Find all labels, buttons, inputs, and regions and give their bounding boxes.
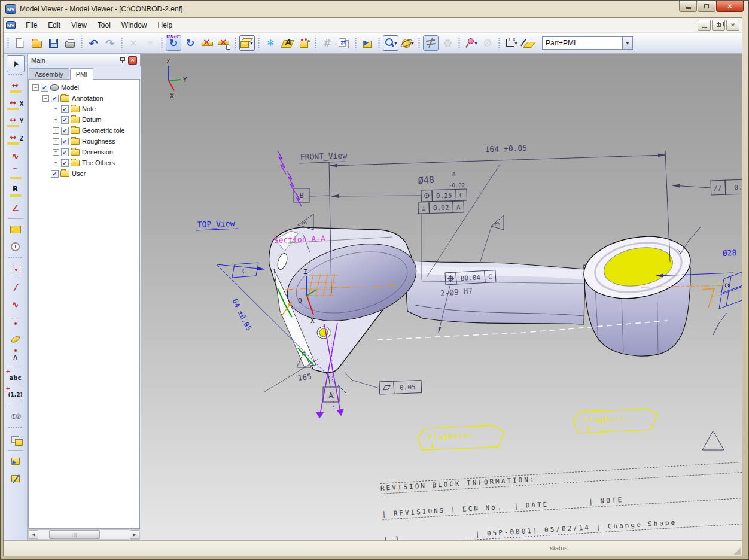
menu-window[interactable]: Window bbox=[116, 19, 153, 31]
note-balloon-button[interactable]: ①② bbox=[7, 408, 25, 425]
datum-plane-button[interactable] bbox=[520, 35, 535, 51]
checkbox-datum[interactable]: ✔ bbox=[61, 116, 69, 124]
pin-note-dropdown-caret[interactable]: ▼ bbox=[474, 41, 478, 45]
tab-assembly[interactable]: Assembly bbox=[29, 68, 69, 80]
section-box-button[interactable] bbox=[360, 35, 375, 51]
orbit-tool-button[interactable]: ▼ bbox=[400, 35, 415, 51]
delete-button[interactable]: ✕ bbox=[126, 35, 141, 51]
expander-dimension[interactable]: + bbox=[53, 149, 59, 156]
resize-grip[interactable] bbox=[733, 547, 741, 555]
flag-notes[interactable]: FlagNote: 1 FlagNote: 2 bbox=[418, 409, 658, 450]
dim-x-button[interactable]: ↔X bbox=[7, 95, 25, 112]
pmi-settings-button[interactable] bbox=[440, 35, 455, 51]
pick-box-point-button[interactable] bbox=[7, 261, 25, 278]
mdi-close-button[interactable]: ✕ bbox=[726, 20, 739, 31]
dock-close-button[interactable]: ✕ bbox=[128, 56, 137, 65]
scroll-right-arrow[interactable]: ▶ bbox=[130, 530, 139, 539]
menu-tool[interactable]: Tool bbox=[92, 19, 116, 31]
expander-roughness[interactable]: + bbox=[53, 138, 59, 145]
tree-item-roughness[interactable]: +✔Roughness bbox=[30, 136, 139, 147]
dim-arc-button[interactable]: ⌒ bbox=[7, 165, 25, 182]
pick-cylinder-button[interactable] bbox=[7, 330, 25, 348]
checkbox-dimension[interactable]: ✔ bbox=[61, 148, 69, 156]
zoom-tool-button[interactable]: ▼ bbox=[383, 35, 398, 51]
expander-geometric-tole[interactable]: + bbox=[53, 127, 59, 134]
checkbox-annotation[interactable]: ✔ bbox=[51, 95, 59, 102]
menu-file[interactable]: File bbox=[20, 19, 42, 31]
measure-gauge-button[interactable] bbox=[7, 238, 25, 255]
toolbar-group-handle[interactable] bbox=[377, 36, 380, 50]
titlebar[interactable]: MV Model Viewer - Model Viewer - [C:\CON… bbox=[1, 1, 748, 17]
refresh-pages-button[interactable] bbox=[336, 35, 352, 51]
menu-edit[interactable]: Edit bbox=[42, 19, 66, 31]
toolbar-group-handle[interactable] bbox=[234, 36, 237, 50]
tree-item-user[interactable]: ✔User bbox=[30, 168, 139, 179]
flag-note-2[interactable]: FlagNote: 2 bbox=[573, 409, 658, 433]
scroll-thumb[interactable]: ||| bbox=[49, 530, 99, 539]
pick-curve-button[interactable]: ∿ bbox=[7, 296, 25, 313]
fcf-perpendicular-002[interactable]: ⊥ 0.02 A bbox=[418, 201, 464, 214]
mdi-minimize-button[interactable] bbox=[698, 20, 711, 31]
grid-button[interactable]: # bbox=[319, 35, 335, 51]
coordinate-system-button[interactable]: ▼ bbox=[503, 35, 519, 51]
checkbox-note[interactable]: ✔ bbox=[61, 105, 69, 113]
highlight-button[interactable]: ✳ bbox=[142, 35, 158, 51]
pin-note-button[interactable]: ▼ bbox=[463, 35, 479, 51]
dock-header[interactable]: Main ✕ bbox=[28, 54, 141, 66]
toolbar-group-handle[interactable] bbox=[8, 74, 23, 77]
model-compare-button[interactable] bbox=[296, 35, 312, 51]
toolbar-group-handle[interactable] bbox=[458, 36, 461, 50]
view-mode-combobox[interactable]: Part+PMI▼ bbox=[542, 36, 633, 50]
annotation-plane-button[interactable] bbox=[279, 35, 295, 51]
3d-viewport[interactable]: Z Y X bbox=[141, 54, 742, 540]
section-label[interactable]: Section A-A bbox=[274, 234, 326, 245]
view-cube-button[interactable]: ▼ bbox=[239, 35, 255, 51]
toolbar-group-handle[interactable] bbox=[80, 36, 83, 50]
save-file-button[interactable] bbox=[45, 35, 61, 51]
checkbox-user[interactable]: ✔ bbox=[51, 170, 59, 178]
model-transform-button[interactable] bbox=[7, 431, 25, 448]
checkbox-roughness[interactable]: ✔ bbox=[61, 138, 69, 145]
toolbar-group-handle[interactable] bbox=[257, 36, 260, 50]
checkbox-geometric-tole[interactable]: ✔ bbox=[61, 127, 69, 135]
toolbar-group-handle[interactable] bbox=[7, 36, 10, 50]
model-section-button[interactable] bbox=[7, 470, 25, 487]
expander-datum[interactable]: + bbox=[53, 117, 59, 123]
toolbar-group-handle[interactable] bbox=[8, 427, 23, 430]
checkbox-the-others[interactable]: ✔ bbox=[61, 159, 69, 167]
hide-item-button[interactable]: ∅ bbox=[480, 35, 495, 51]
model-move-button[interactable] bbox=[7, 452, 25, 470]
delete-pick-button[interactable] bbox=[216, 35, 232, 51]
dim-z-button[interactable]: ↔Z bbox=[7, 130, 25, 147]
toolbar-group-handle[interactable] bbox=[120, 36, 123, 50]
menu-view[interactable]: View bbox=[66, 19, 92, 31]
toolbar-group-handle[interactable] bbox=[160, 36, 163, 50]
tree-hscrollbar[interactable]: ◀ ||| ▶ bbox=[28, 529, 140, 540]
toolbar-group-handle[interactable] bbox=[498, 36, 501, 50]
toolbar-group-handle[interactable] bbox=[354, 36, 357, 50]
dim-angle-button[interactable]: ∠ bbox=[7, 199, 25, 217]
redo-button[interactable]: ↷ bbox=[102, 35, 118, 51]
close-button[interactable]: ✕ bbox=[716, 1, 744, 12]
new-file-button[interactable] bbox=[12, 35, 28, 51]
scroll-left-arrow[interactable]: ◀ bbox=[29, 530, 38, 539]
expander-model[interactable]: − bbox=[32, 84, 39, 91]
auto-rotate-button[interactable]: ↻AUTO bbox=[166, 35, 181, 51]
tree-item-the-others[interactable]: +✔The Others bbox=[30, 157, 139, 168]
expander-annotation[interactable]: − bbox=[42, 95, 49, 102]
toolbar-group-handle[interactable] bbox=[314, 36, 317, 50]
fcf-flatness[interactable]: 0.05 bbox=[379, 381, 422, 394]
dim-radius-button[interactable]: R bbox=[7, 182, 25, 199]
tab-pmi[interactable]: PMI bbox=[70, 68, 94, 80]
measure-box-button[interactable] bbox=[7, 221, 25, 238]
datum-b[interactable]: B bbox=[294, 188, 330, 202]
tree-item-dimension[interactable]: +✔Dimension bbox=[30, 147, 139, 157]
fcf-parallel[interactable]: // 0. bbox=[711, 179, 742, 195]
delete-annotation-button[interactable] bbox=[199, 35, 215, 51]
combobox-dropdown-button[interactable]: ▼ bbox=[622, 37, 632, 49]
pin-panel-button[interactable] bbox=[118, 56, 126, 65]
flag-note-1[interactable]: FlagNote: 1 bbox=[418, 425, 504, 450]
toolbar-group-handle[interactable] bbox=[418, 36, 421, 50]
dim-distance-button[interactable]: ↔ bbox=[7, 78, 25, 95]
dim-y-button[interactable]: ↔Y bbox=[7, 112, 25, 130]
